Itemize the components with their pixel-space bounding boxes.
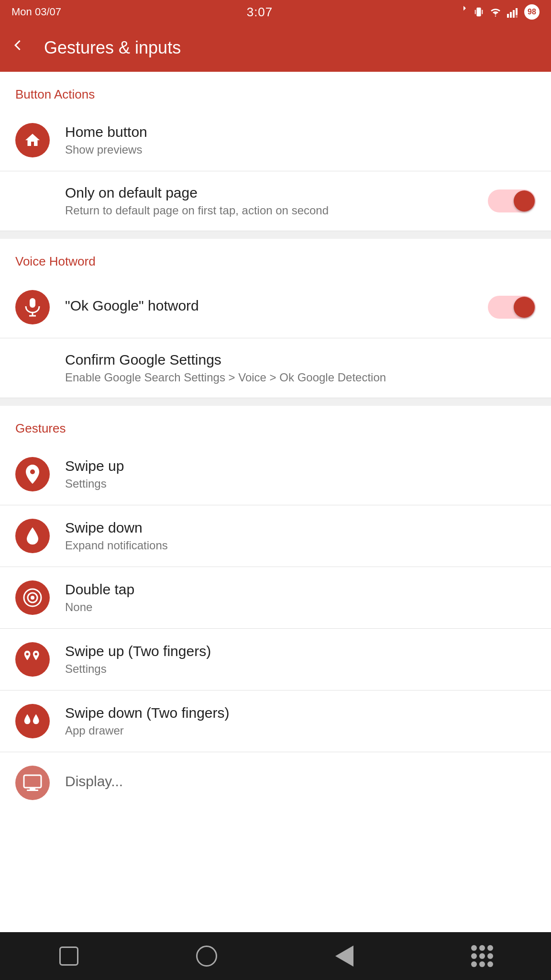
default-page-toggle[interactable]: [488, 189, 536, 212]
ok-google-row[interactable]: "Ok Google" hotword: [0, 277, 551, 338]
nav-recents-button[interactable]: [50, 937, 88, 975]
swipe-down-title: Swipe down: [65, 520, 536, 536]
menu-nav-icon: [471, 945, 493, 967]
swipe-down-subtitle: Expand notifications: [65, 539, 536, 552]
display-icon: [15, 766, 50, 800]
drop-icon: [15, 519, 50, 553]
confirm-google-title: Confirm Google Settings: [65, 352, 536, 368]
section-divider-2: [0, 398, 551, 406]
content: Button Actions Home button Show previews…: [0, 72, 551, 813]
bluetooth-icon: [458, 5, 469, 19]
display-text: Display...: [65, 773, 536, 792]
toggle-thumb-ok-google: [514, 297, 535, 318]
swipe-down-text: Swipe down Expand notifications: [65, 520, 536, 552]
swipe-down-two-subtitle: App drawer: [65, 724, 536, 737]
double-tap-title: Double tap: [65, 581, 536, 598]
swipe-down-two-title: Swipe down (Two fingers): [65, 705, 536, 721]
swipe-down-two-row[interactable]: Swipe down (Two fingers) App drawer: [0, 690, 551, 752]
svg-rect-0: [476, 8, 481, 16]
home-nav-icon: [196, 946, 217, 967]
swipe-up-two-row[interactable]: Swipe up (Two fingers) Settings: [0, 629, 551, 690]
swipe-down-two-text: Swipe down (Two fingers) App drawer: [65, 705, 536, 737]
swipe-up-two-text: Swipe up (Two fingers) Settings: [65, 643, 536, 676]
svg-rect-15: [30, 788, 35, 790]
nav-menu-button[interactable]: [463, 937, 501, 975]
svg-rect-14: [24, 775, 41, 788]
svg-rect-4: [510, 12, 512, 18]
wifi-icon: [489, 6, 502, 18]
toggle-thumb: [514, 190, 535, 212]
swipe-up-two-subtitle: Settings: [65, 662, 536, 676]
section-divider-1: [0, 231, 551, 239]
confirm-google-row[interactable]: Confirm Google Settings Enable Google Se…: [0, 338, 551, 398]
nav-home-button[interactable]: [187, 937, 226, 975]
home-icon: [15, 123, 50, 157]
double-tap-row[interactable]: Double tap None: [0, 567, 551, 629]
status-bar-date: Mon 03/07: [11, 6, 61, 18]
app-bar: Gestures & inputs: [0, 24, 551, 72]
vibrate-icon: [474, 5, 484, 19]
display-row[interactable]: Display...: [0, 752, 551, 813]
svg-rect-2: [482, 10, 483, 14]
toggle-track: [488, 189, 536, 212]
home-button-title: Home button: [65, 124, 536, 140]
recents-icon: [59, 947, 78, 966]
target-icon: [15, 580, 50, 615]
status-bar-icons: 98: [458, 4, 540, 20]
default-page-text: Only on default page Return to default p…: [65, 185, 488, 217]
svg-rect-1: [475, 10, 476, 14]
swipe-up-row[interactable]: Swipe up Settings: [0, 444, 551, 505]
swipe-up-title: Swipe up: [65, 458, 536, 474]
default-page-title: Only on default page: [65, 185, 488, 201]
toggle-default-page[interactable]: [488, 189, 536, 212]
home-button-subtitle: Show previews: [65, 143, 536, 156]
swipe-up-two-title: Swipe up (Two fingers): [65, 643, 536, 659]
page-title: Gestures & inputs: [44, 38, 181, 58]
back-nav-icon: [335, 946, 353, 967]
swipe-up-text: Swipe up Settings: [65, 458, 536, 490]
confirm-google-subtitle: Enable Google Search Settings > Voice > …: [65, 371, 536, 384]
two-drop-icon: [15, 704, 50, 738]
status-bar: Mon 03/07 3:07 98: [0, 0, 551, 24]
svg-point-13: [31, 596, 34, 600]
confirm-google-text: Confirm Google Settings Enable Google Se…: [65, 352, 536, 384]
section-gestures: Gestures: [0, 406, 551, 444]
double-tap-subtitle: None: [65, 601, 536, 614]
default-page-subtitle: Return to default page on first tap, act…: [65, 204, 488, 217]
status-bar-time: 3:07: [247, 5, 273, 20]
toggle-track-ok-google: [488, 296, 536, 319]
two-location-icon: [15, 642, 50, 677]
swipe-up-subtitle: Settings: [65, 477, 536, 490]
ok-google-toggle-container[interactable]: [488, 296, 536, 319]
ok-google-title: "Ok Google" hotword: [65, 298, 488, 314]
svg-rect-3: [507, 14, 509, 18]
ok-google-text: "Ok Google" hotword: [65, 298, 488, 317]
home-button-text: Home button Show previews: [65, 124, 536, 156]
double-tap-text: Double tap None: [65, 581, 536, 614]
nav-back-button[interactable]: [325, 937, 364, 975]
svg-rect-8: [30, 298, 35, 308]
display-title: Display...: [65, 773, 536, 790]
signal-icon: [507, 6, 519, 18]
svg-rect-7: [516, 8, 518, 15]
battery-level: 98: [524, 4, 540, 20]
section-button-actions: Button Actions: [0, 72, 551, 110]
nav-bar: [0, 932, 551, 980]
default-page-row[interactable]: Only on default page Return to default p…: [0, 171, 551, 231]
swipe-down-row[interactable]: Swipe down Expand notifications: [0, 505, 551, 567]
home-button-row[interactable]: Home button Show previews: [0, 110, 551, 171]
mic-icon: [15, 290, 50, 324]
svg-rect-5: [513, 10, 515, 18]
section-voice-hotword: Voice Hotword: [0, 239, 551, 277]
toggle-ok-google[interactable]: [488, 296, 536, 319]
location-icon: [15, 457, 50, 491]
back-button[interactable]: [11, 37, 29, 59]
svg-rect-16: [27, 790, 38, 791]
